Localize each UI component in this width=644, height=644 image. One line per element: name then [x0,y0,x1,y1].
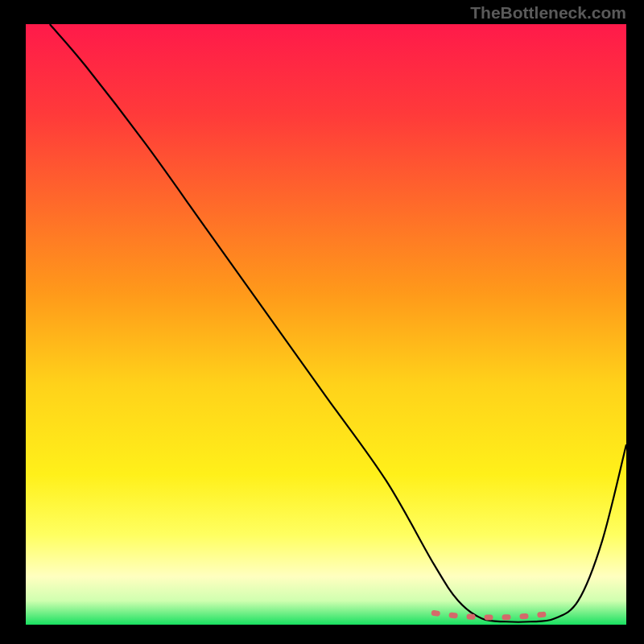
plot-area [26,24,626,625]
bottleneck-curve [50,24,626,622]
watermark-text: TheBottleneck.com [470,3,626,23]
optimal-band-marker [434,613,554,618]
curve-layer [26,24,626,625]
chart-container: TheBottleneck.com [0,0,644,644]
